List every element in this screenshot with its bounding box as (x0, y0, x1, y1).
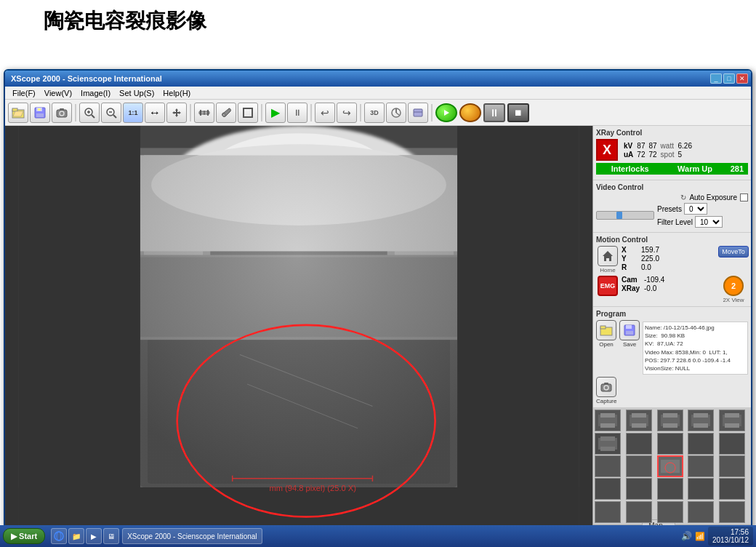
program-title: Program (596, 310, 748, 318)
menu-file[interactable]: File(F) (8, 87, 40, 99)
thumbnail-11[interactable] (595, 455, 621, 477)
start-button[interactable]: ▶ Start (3, 528, 45, 544)
svg-rect-72 (693, 423, 708, 428)
app-window: XScope 2000 - Scienscope International _… (4, 69, 752, 540)
capture-button[interactable] (596, 377, 616, 397)
taskbar: ▶ Start 📁 ▶ 🖥 XScope 2000 - Scienscope I… (0, 525, 756, 547)
tray-volume-icon: 📶 (695, 532, 705, 541)
save-button[interactable] (30, 103, 50, 123)
tool-extra1[interactable] (386, 103, 406, 123)
thumbnail-7[interactable] (626, 433, 652, 455)
svg-point-20 (222, 113, 225, 116)
play-button[interactable]: ▶ (265, 103, 286, 123)
thumbnail-4[interactable] (688, 410, 714, 431)
pan-button[interactable] (166, 103, 187, 123)
tool-wrench[interactable] (216, 103, 236, 123)
taskbar-item-show-desktop[interactable]: 🖥 (103, 528, 119, 544)
r-label: R (622, 263, 640, 271)
cam-value: -109.4 (644, 276, 717, 284)
svg-rect-65 (632, 413, 646, 418)
minimize-button[interactable]: _ (710, 73, 722, 84)
stop-action-button[interactable]: ⏹ (507, 103, 529, 122)
titlebar: XScope 2000 - Scienscope International _… (5, 71, 751, 87)
svg-rect-4 (36, 113, 44, 117)
clock-time: 17:56 (712, 528, 749, 536)
presets-select[interactable]: 0 (684, 203, 707, 215)
taskbar-item-media[interactable]: ▶ (86, 528, 102, 544)
thumbnail-3[interactable] (657, 410, 683, 431)
thumbnail-13[interactable] (657, 455, 683, 477)
brightness-slider[interactable] (596, 211, 654, 220)
auto-exposure-checkbox[interactable] (740, 193, 748, 201)
thumbnail-15[interactable] (719, 455, 745, 477)
watt-label: watt (661, 142, 675, 150)
pause-button[interactable]: ⏸ (287, 103, 307, 123)
xray-control-title: XRay Control (596, 129, 748, 137)
thumbnail-20[interactable] (719, 478, 745, 500)
svg-rect-74 (725, 413, 739, 418)
y-label: Y (622, 255, 640, 263)
menu-help[interactable]: Help(H) (158, 87, 195, 99)
orange-action-button[interactable] (459, 103, 481, 122)
tool-extra2[interactable] (408, 103, 428, 123)
zoom-out-button[interactable] (101, 103, 121, 123)
thumbnail-21[interactable] (595, 501, 621, 523)
taskbar-item-folder[interactable]: 📁 (68, 528, 84, 544)
thumbnail-22[interactable] (626, 501, 652, 523)
menu-image[interactable]: Image(I) (76, 87, 115, 99)
thumbnail-14[interactable] (688, 455, 714, 477)
separator-4 (310, 104, 312, 121)
separator-6 (431, 104, 433, 121)
flip-h-button[interactable]: ↔ (145, 103, 165, 123)
kv-set-value: 87 (637, 142, 645, 150)
thumbnail-9[interactable] (688, 433, 714, 455)
open-prog-button[interactable] (596, 320, 616, 340)
menu-view[interactable]: View(V) (40, 87, 76, 99)
menubar: File(F) View(V) Image(I) Set Up(S) Help(… (5, 87, 751, 100)
thumbnail-10[interactable] (719, 433, 745, 455)
thumbnail-24[interactable] (688, 501, 714, 523)
slider-thumb (616, 212, 622, 219)
open-button[interactable] (8, 103, 28, 123)
page-title: 陶瓷电容裂痕影像 (0, 0, 756, 39)
thumbnail-1[interactable] (595, 410, 621, 431)
view2x-button[interactable]: 2 (723, 276, 744, 296)
thumbnail-5[interactable] (719, 410, 745, 431)
zoom-in-button[interactable] (79, 103, 100, 123)
thumbnail-16[interactable] (595, 478, 621, 500)
thumbnail-18[interactable] (657, 478, 683, 500)
tool-measure[interactable] (194, 103, 214, 123)
pause-action-button[interactable]: ⏸ (483, 103, 505, 122)
close-button[interactable]: ✕ (736, 73, 748, 84)
zoom-1to1-button[interactable]: 1:1 (123, 103, 143, 123)
moveto-button[interactable]: MoveTo (718, 246, 749, 257)
snapshot-button[interactable] (52, 103, 72, 123)
maximize-button[interactable]: □ (723, 73, 735, 84)
thumbnail-25[interactable] (719, 501, 745, 523)
thumbnail-8[interactable] (657, 433, 683, 455)
warm-label: Warm Up (665, 164, 724, 173)
taskbar-item-ie[interactable] (51, 528, 67, 544)
thumbnail-12[interactable] (626, 455, 652, 477)
emg-button[interactable]: EMG (598, 276, 618, 296)
save-prog-button[interactable] (619, 320, 640, 340)
taskbar-app-xscope[interactable]: XScope 2000 - Scienscope International (122, 528, 262, 544)
thumbnail-17[interactable] (626, 478, 652, 500)
home-button[interactable] (598, 246, 618, 266)
x-value: 159.7 (641, 246, 717, 254)
thumbnail-23[interactable] (657, 501, 683, 523)
tool-3d[interactable]: 3D (364, 103, 385, 123)
thumbnail-2[interactable] (626, 410, 652, 431)
separator-5 (360, 104, 361, 121)
redo-button[interactable]: ↪ (337, 103, 357, 123)
tool-square[interactable] (238, 103, 258, 123)
start-action-button[interactable] (435, 103, 457, 122)
thumbnail-19[interactable] (688, 478, 714, 500)
image-viewport[interactable]: mm (94.8 pixel) (25.0 X) Ready Normal Sp… (5, 126, 592, 539)
menu-setup[interactable]: Set Up(S) (115, 87, 158, 99)
thumbnail-6[interactable] (595, 433, 621, 455)
video-control-section: Video Control ↻ Auto Exposure Presets (593, 180, 751, 233)
tray-network-icon: 🔊 (681, 531, 692, 541)
filter-select[interactable]: 10 (695, 216, 723, 228)
undo-button[interactable]: ↩ (315, 103, 335, 123)
